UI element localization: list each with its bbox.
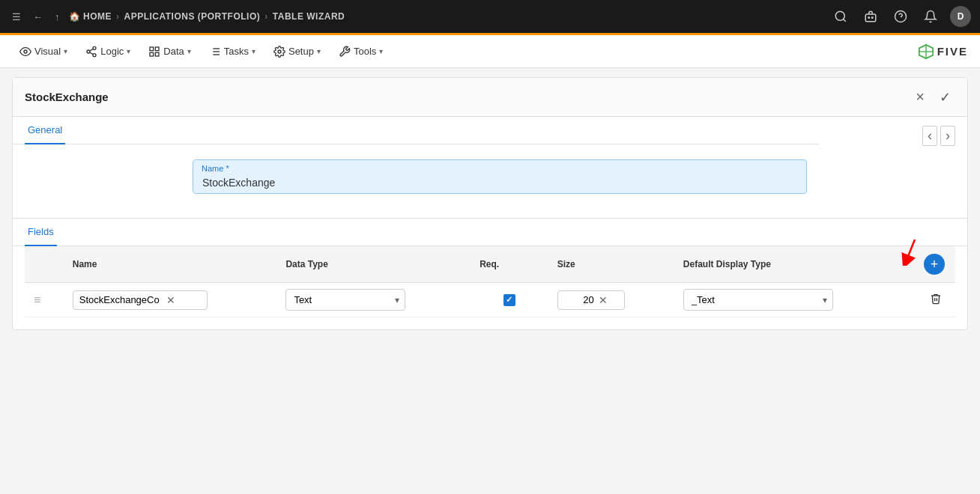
svg-point-9 xyxy=(87,50,90,53)
nav-visual[interactable]: Visual ▾ xyxy=(12,41,75,62)
svg-point-4 xyxy=(872,17,874,19)
nav-tools-chevron: ▾ xyxy=(379,47,383,55)
applications-label[interactable]: APPLICATIONS (PORTFOLIO) xyxy=(124,11,261,22)
panel-header: StockExchange × ✓ xyxy=(13,78,967,117)
svg-rect-16 xyxy=(150,52,154,56)
size-input[interactable] xyxy=(564,294,594,305)
nav-setup-chevron: ▾ xyxy=(317,47,321,55)
nav-setup[interactable]: Setup ▾ xyxy=(266,41,328,62)
tab-fields[interactable]: Fields xyxy=(25,219,57,246)
menu-icon[interactable]: ☰ xyxy=(9,8,24,25)
fields-tab-area: Fields xyxy=(13,218,967,246)
breadcrumb-sep-1: › xyxy=(116,11,120,22)
name-field: Name * xyxy=(193,159,807,194)
up-icon[interactable]: ↑ xyxy=(52,8,63,25)
svg-line-1 xyxy=(843,19,845,21)
breadcrumb: 🏠 HOME › APPLICATIONS (PORTFOLIO) › TABL… xyxy=(69,11,345,22)
nav-tasks-label: Tasks xyxy=(224,46,249,57)
svg-rect-15 xyxy=(156,52,160,56)
home-icon: 🏠 xyxy=(69,11,81,22)
svg-point-7 xyxy=(24,50,27,53)
top-nav-left: ☰ ← ↑ 🏠 HOME › APPLICATIONS (PORTFOLIO) … xyxy=(9,8,824,25)
help-icon-btn[interactable] xyxy=(890,6,911,27)
nav-visual-label: Visual xyxy=(34,46,61,57)
close-button[interactable]: × xyxy=(911,87,929,107)
col-header-drag xyxy=(25,246,64,283)
display-type-select-wrapper: _Text _Number _Checkbox _Date ▾ xyxy=(683,289,833,311)
nav-logic-label: Logic xyxy=(100,46,124,57)
svg-point-8 xyxy=(93,46,96,49)
nav-logic-chevron: ▾ xyxy=(127,47,130,55)
col-header-name: Name xyxy=(64,246,277,283)
nav-tasks[interactable]: Tasks ▾ xyxy=(202,41,263,62)
breadcrumb-sep-2: › xyxy=(264,11,268,22)
col-header-datatype: Data Type xyxy=(276,246,471,283)
nav-tools-label: Tools xyxy=(354,46,376,57)
five-logo-text: FIVE xyxy=(937,45,968,58)
nav-data[interactable]: Data ▾ xyxy=(141,41,198,62)
bot-icon-btn[interactable] xyxy=(860,6,881,27)
back-icon[interactable]: ← xyxy=(30,8,46,25)
user-avatar[interactable]: D xyxy=(950,6,971,27)
confirm-button[interactable]: ✓ xyxy=(935,87,955,107)
nav-setup-label: Setup xyxy=(288,46,314,57)
name-input[interactable] xyxy=(193,159,807,194)
svg-point-23 xyxy=(278,50,281,53)
svg-rect-13 xyxy=(150,47,154,51)
sec-nav: Visual ▾ Logic ▾ Data ▾ Tasks ▾ Setup ▾ … xyxy=(0,35,980,68)
sec-nav-left: Visual ▾ Logic ▾ Data ▾ Tasks ▾ Setup ▾ … xyxy=(12,41,390,62)
fields-section: Name Data Type Req. Size Default Display… xyxy=(13,246,967,329)
tab-general[interactable]: General xyxy=(25,117,65,144)
col-header-req: Req. xyxy=(471,246,548,283)
panel-header-right: × ✓ xyxy=(911,87,955,107)
field-name-text[interactable] xyxy=(79,294,162,305)
delete-row-button[interactable] xyxy=(925,291,946,309)
five-logo: FIVE xyxy=(918,43,968,60)
data-type-select-wrapper: Text Integer Decimal Boolean Date ▾ xyxy=(285,289,405,311)
display-type-select[interactable]: _Text _Number _Checkbox _Date xyxy=(683,289,833,311)
col-header-size: Size xyxy=(548,246,674,283)
field-name-input[interactable]: ✕ xyxy=(73,290,208,310)
svg-point-0 xyxy=(835,11,844,20)
size-clear-icon[interactable]: ✕ xyxy=(599,294,608,306)
data-type-select[interactable]: Text Integer Decimal Boolean Date xyxy=(285,289,405,311)
nav-visual-chevron: ▾ xyxy=(64,47,67,55)
svg-line-11 xyxy=(90,52,94,55)
form-section: Name * xyxy=(13,144,819,218)
req-checkbox[interactable] xyxy=(503,294,515,306)
col-header-actions: + xyxy=(897,246,955,283)
drag-handle[interactable]: ≡ xyxy=(34,293,40,306)
svg-rect-2 xyxy=(865,14,876,22)
nav-data-chevron: ▾ xyxy=(187,47,191,55)
name-label: Name * xyxy=(202,164,229,173)
search-icon-btn[interactable] xyxy=(830,6,851,27)
table-wizard-label: TABLE WIZARD xyxy=(273,11,345,22)
fields-table: Name Data Type Req. Size Default Display… xyxy=(25,246,955,317)
home-label[interactable]: HOME xyxy=(83,11,112,22)
svg-rect-14 xyxy=(156,47,160,51)
bell-icon-btn[interactable] xyxy=(920,6,941,27)
req-checkbox-cell xyxy=(480,294,539,306)
table-row: ≡ ✕ Text Integer Decimal xyxy=(25,283,955,317)
nav-logic[interactable]: Logic ▾ xyxy=(78,41,138,62)
content-area: StockExchange × ✓ General Name * ‹ › xyxy=(12,77,968,330)
nav-tools[interactable]: Tools ▾ xyxy=(331,41,390,62)
next-arrow-btn[interactable]: › xyxy=(940,126,955,146)
svg-point-10 xyxy=(93,53,96,56)
nav-arrows: ‹ › xyxy=(910,117,967,155)
add-row-button[interactable]: + xyxy=(924,254,945,275)
svg-point-3 xyxy=(868,17,870,19)
top-nav: ☰ ← ↑ 🏠 HOME › APPLICATIONS (PORTFOLIO) … xyxy=(0,0,980,33)
panel-title: StockExchange xyxy=(25,91,109,103)
tabs-area: General xyxy=(13,117,819,144)
col-header-displaytype: Default Display Type xyxy=(674,246,898,283)
size-input-wrapper[interactable]: ✕ xyxy=(557,290,625,310)
top-nav-right: D xyxy=(830,6,971,27)
nav-data-label: Data xyxy=(163,46,184,57)
field-name-clear-icon[interactable]: ✕ xyxy=(166,294,175,306)
prev-arrow-btn[interactable]: ‹ xyxy=(922,126,937,146)
svg-line-27 xyxy=(906,240,915,262)
breadcrumb-home[interactable]: 🏠 HOME xyxy=(69,11,112,22)
nav-tasks-chevron: ▾ xyxy=(252,47,255,55)
svg-line-12 xyxy=(90,49,94,51)
